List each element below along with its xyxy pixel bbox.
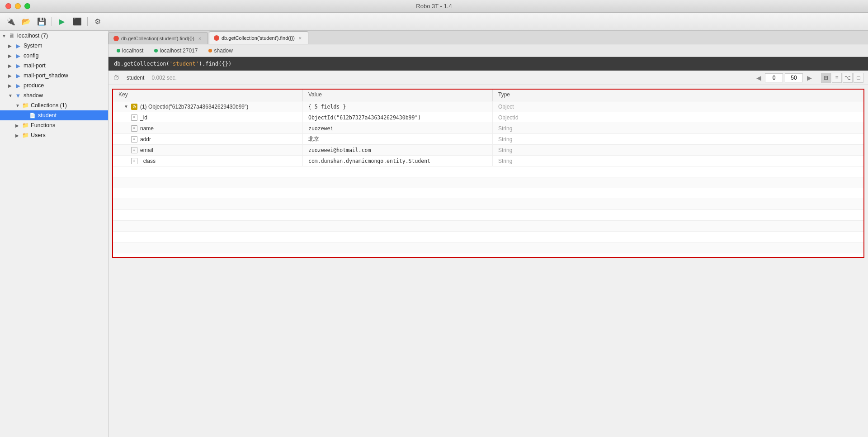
view-table-button[interactable]: ⊞ [821,73,831,83]
sidebar-item-localhost[interactable]: ▼ 🖥 localhost (7) [0,31,108,41]
sidebar: ▼ 🖥 localhost (7) ▶ ▶ System ▶ ▶ config … [0,31,108,437]
header-key: Key [113,90,303,101]
sidebar-item-collections[interactable]: ▼ 📁 Collections (1) [0,100,108,110]
conn-tab-localhost-27017[interactable]: localhost:27017 [150,46,202,56]
tab-close-2[interactable]: × [297,35,303,41]
sidebar-label-collections: Collections (1) [31,102,67,109]
table-row[interactable]: ≡ email zuozewei@hotmail.com String [113,145,863,156]
sidebar-item-shadow[interactable]: ▼ ▼ shadow [0,90,108,100]
main-layout: ▼ 🖥 localhost (7) ▶ ▶ System ▶ ▶ config … [0,31,868,437]
title-bar: Robo 3T - 1.4 [0,0,868,13]
cell-type-root: Object [493,101,583,112]
command-bar: db.getCollection('student').find({}) [108,57,868,71]
results-area[interactable]: Key Value Type ▼ ⊙ (1) ObjectId("612b732… [108,85,868,437]
field-icon-class: ≡ [131,158,137,164]
nav-next-button[interactable]: ▶ [805,73,814,82]
field-icon-id: ≡ [131,114,137,121]
expand-arrow-localhost: ▼ [2,33,8,38]
sidebar-label-produce: produce [24,82,44,89]
table-row[interactable]: ▼ ⊙ (1) ObjectId("612b7327a436342629430b… [113,101,863,112]
cell-key-email: ≡ email [113,145,303,155]
tab-1[interactable]: db.getCollection('student').find({}) × [108,32,208,44]
tab-close-1[interactable]: × [197,35,203,42]
cell-type-addr: String [493,134,583,144]
key-text-addr: addr [140,136,151,142]
refresh-button[interactable]: ⚙ [91,16,104,28]
expand-arrow-produce: ▶ [8,83,14,88]
run-button[interactable]: ▶ [56,16,68,28]
key-text-id: _id [140,114,147,121]
table-row[interactable]: ≡ _class com.dunshan.dynamicmongo.entity… [113,156,863,166]
sidebar-item-mall-port[interactable]: ▶ ▶ mall-port [0,61,108,71]
nav-prev-button[interactable]: ◀ [754,73,763,82]
sidebar-label-functions: Functions [31,122,55,128]
sidebar-label-mall-port-shadow: mall-port_shadow [24,72,68,79]
maximize-button[interactable] [24,3,30,9]
sidebar-label-config: config [24,52,38,59]
conn-dot-localhost-27017 [154,49,158,52]
cell-type-email: String [493,145,583,155]
tab-icon-2 [214,35,219,41]
folder-icon-system: ▶ [14,42,22,49]
save-button[interactable]: 💾 [35,16,48,28]
folder-icon-mall-port: ▶ [14,62,22,69]
empty-row [113,166,863,177]
expand-arrow-shadow: ▼ [8,93,14,98]
sidebar-item-mall-port-shadow[interactable]: ▶ ▶ mall-port_shadow [0,71,108,81]
field-icon-email: ≡ [131,147,137,153]
cell-value-addr: 北京 [303,134,493,144]
conn-label-localhost: localhost [122,48,143,54]
stop-button[interactable]: ⬛ [71,16,84,28]
sidebar-item-system[interactable]: ▶ ▶ System [0,41,108,51]
tab-2[interactable]: db.getCollection('student').find({}) × [209,31,308,44]
sidebar-label-student: student [38,112,57,119]
tab-label-1: db.getCollection('student').find({}) [121,36,194,41]
command-highlight: 'student' [170,61,199,67]
nav-page-input[interactable] [765,73,783,82]
empty-rows [113,166,863,257]
cell-type-id: ObjectId [493,112,583,123]
field-icon-name: ≡ [131,125,137,132]
view-buttons: ⊞ ≡ ⌥ □ [821,73,863,83]
sidebar-item-users[interactable]: ▶ 📁 Users [0,130,108,140]
key-text-name: name [140,125,154,132]
cell-key-addr: ≡ addr [113,134,303,144]
toolbar: 🔌 📂 💾 ▶ ⬛ ⚙ [0,13,868,31]
results-table: Key Value Type ▼ ⊙ (1) ObjectId("612b732… [112,89,864,258]
view-tree-button[interactable]: ≡ [832,73,842,83]
conn-tab-localhost[interactable]: localhost [112,46,148,56]
empty-row [113,232,863,242]
new-connection-button[interactable]: 🔌 [5,16,17,28]
expand-arrow-root[interactable]: ▼ [124,104,128,109]
cell-key-class: ≡ _class [113,156,303,166]
folder-icon-shadow: ▼ [14,92,22,99]
sidebar-item-produce[interactable]: ▶ ▶ produce [0,81,108,90]
table-row[interactable]: ≡ addr 北京 String [113,134,863,145]
sidebar-item-config[interactable]: ▶ ▶ config [0,51,108,61]
table-row[interactable]: ≡ name zuozewei String [113,123,863,134]
conn-dot-shadow [208,49,212,52]
nav-perpage-input[interactable] [785,73,803,82]
result-collection-name: student [123,74,148,82]
conn-tab-shadow[interactable]: shadow [204,46,237,56]
expand-arrow-mall-port: ▶ [8,63,14,68]
cell-type-name: String [493,123,583,133]
result-dot-icon: ⏱ [113,74,119,81]
cell-type-class: String [493,156,583,166]
open-file-button[interactable]: 📂 [20,16,33,28]
tab-icon-1 [113,36,119,41]
expand-arrow-functions: ▶ [15,123,22,128]
result-toolbar: ⏱ student 0.002 sec. ◀ ▶ ⊞ ≡ ⌥ □ [108,71,868,85]
folder-icon-config: ▶ [14,52,22,59]
view-custom-button[interactable]: □ [854,73,863,83]
command-text: db.getCollection('student').find({}) [114,61,231,67]
sidebar-item-student[interactable]: 📄 student [0,110,108,120]
sidebar-label-system: System [24,43,42,49]
minimize-button[interactable] [15,3,21,9]
sidebar-item-functions[interactable]: ▶ 📁 Functions [0,120,108,130]
object-icon: ⊙ [131,104,137,110]
view-text-button[interactable]: ⌥ [843,73,853,83]
close-button[interactable] [5,3,11,9]
table-row[interactable]: ≡ _id ObjectId("612b7327a436342629430b99… [113,112,863,123]
cell-key-id: ≡ _id [113,112,303,123]
